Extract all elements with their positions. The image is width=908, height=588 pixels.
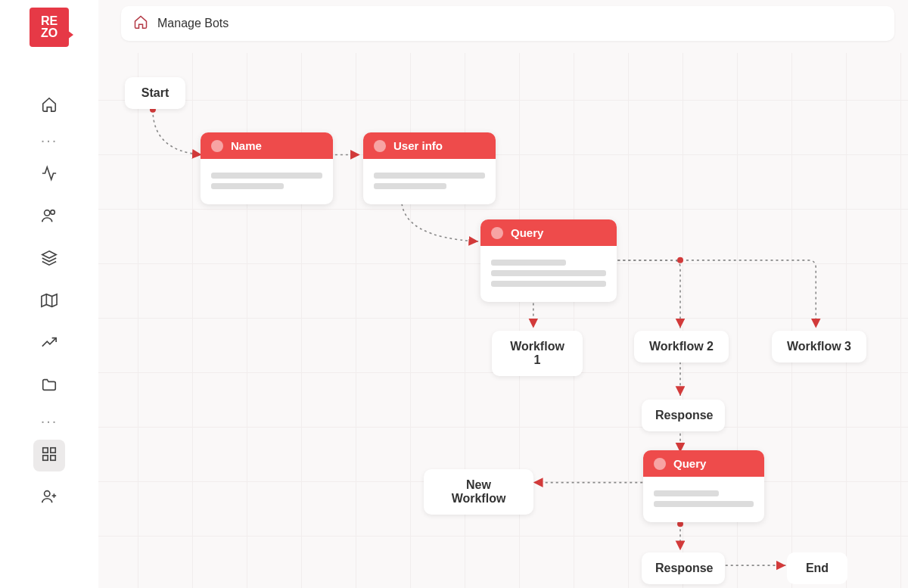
nav-activity[interactable] [33, 159, 65, 191]
node-label: Response [655, 562, 713, 574]
page-title: Manage Bots [157, 17, 229, 30]
node-label: Workflow 1 [510, 340, 564, 366]
node-start[interactable]: Start [125, 77, 185, 109]
nav-map[interactable] [33, 286, 65, 318]
node-newworkflow[interactable]: New Workflow [424, 469, 533, 515]
users-icon [41, 207, 58, 227]
dot-icon [654, 458, 666, 470]
svg-marker-3 [42, 294, 57, 307]
dot-icon [491, 227, 503, 239]
svg-point-0 [45, 210, 50, 216]
home-icon [41, 96, 58, 116]
node-workflow1[interactable]: Workflow 1 [492, 331, 583, 376]
node-label: End [806, 562, 829, 574]
node-query[interactable]: Query [480, 219, 617, 302]
nav-user-plus[interactable] [33, 482, 65, 514]
node-title: Query [673, 457, 706, 470]
map-icon [41, 292, 58, 312]
node-query2[interactable]: Query [643, 450, 764, 522]
layers-icon [41, 250, 58, 269]
node-name[interactable]: Name [201, 132, 333, 204]
svg-rect-7 [51, 448, 55, 453]
node-header: Name [201, 132, 333, 159]
logo-text-bottom: ZO [41, 27, 58, 39]
node-body [480, 246, 617, 302]
node-body [363, 159, 496, 204]
node-body [201, 159, 333, 204]
node-header: Query [643, 450, 764, 477]
node-label: Workflow 2 [649, 340, 714, 353]
logo-text-top: RE [41, 15, 58, 27]
node-label: New Workflow [452, 478, 506, 505]
node-title: Query [511, 226, 543, 239]
node-header: Query [480, 219, 617, 246]
topbar: Manage Bots [121, 6, 894, 41]
grid-icon [41, 446, 58, 465]
svg-rect-8 [43, 456, 48, 460]
node-workflow2[interactable]: Workflow 2 [634, 331, 729, 362]
home-icon [133, 14, 148, 33]
svg-rect-9 [51, 456, 55, 460]
app-logo: RE ZO [30, 8, 69, 47]
nav-trend[interactable] [33, 328, 65, 360]
node-label: Workflow 3 [787, 340, 851, 353]
svg-point-1 [51, 210, 55, 215]
node-userinfo[interactable]: User info [363, 132, 496, 204]
flow-canvas[interactable]: Start Name User info Query Workflow [98, 53, 908, 588]
user-plus-icon [41, 488, 58, 508]
node-title: Name [231, 139, 262, 152]
nav-folder[interactable] [33, 371, 65, 403]
activity-icon [41, 165, 58, 185]
more-icon[interactable]: ··· [41, 132, 58, 149]
nav-users[interactable] [33, 201, 65, 233]
node-label: Start [141, 86, 169, 99]
dot-icon [211, 140, 223, 152]
node-workflow3[interactable]: Workflow 3 [772, 331, 866, 362]
svg-rect-6 [43, 448, 48, 453]
nav-layers[interactable] [33, 244, 65, 275]
node-header: User info [363, 132, 496, 159]
svg-point-10 [45, 491, 50, 496]
more-icon-2[interactable]: ··· [41, 412, 58, 430]
trend-icon [41, 334, 58, 354]
nav-grid[interactable] [33, 440, 65, 471]
svg-marker-2 [42, 251, 56, 258]
node-label: Response [655, 409, 713, 422]
nav-home[interactable] [33, 90, 65, 122]
node-body [643, 477, 764, 522]
sidebar: RE ZO ··· ··· [0, 0, 98, 588]
node-response2[interactable]: Response [642, 552, 725, 584]
node-title: User info [393, 139, 443, 152]
node-end[interactable]: End [787, 552, 847, 584]
node-response[interactable]: Response [642, 400, 725, 431]
svg-point-17 [677, 257, 683, 263]
dot-icon [374, 140, 386, 152]
folder-icon [41, 377, 58, 397]
